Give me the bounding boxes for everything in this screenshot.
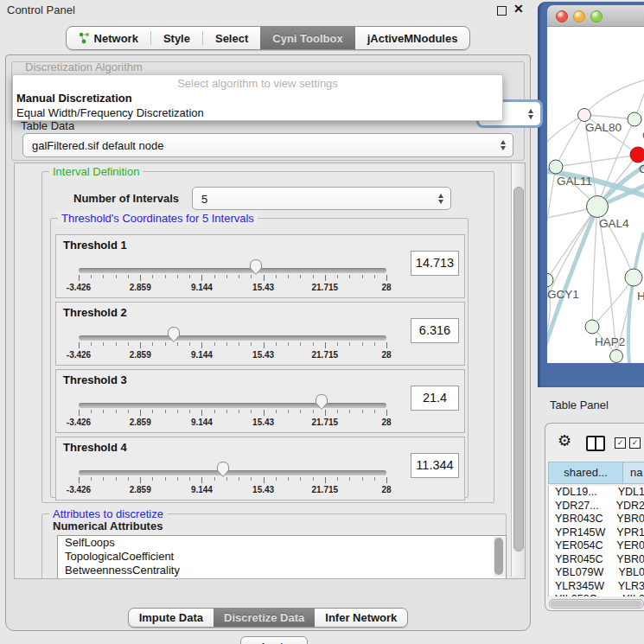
table-row[interactable]: YBL079WYBL0 — [549, 566, 644, 580]
table-row[interactable]: YIL052CYIL0 — [549, 593, 644, 596]
attribute-item[interactable]: BetweennessCentrality — [58, 564, 506, 577]
slider-track[interactable] — [79, 470, 386, 475]
threshold-value-field[interactable]: 14.713 — [411, 251, 459, 276]
slider-tick — [374, 275, 375, 278]
scrollbar-thumb[interactable] — [513, 187, 524, 552]
algorithm-option-manual[interactable]: Manual Discretization — [13, 91, 502, 105]
slider-thumb[interactable] — [315, 393, 328, 411]
network-edge[interactable] — [547, 115, 584, 146]
network-node[interactable] — [547, 273, 553, 287]
slider-tick — [201, 342, 202, 348]
cell-shared-name: YBR043C — [549, 513, 610, 526]
list-scrollbar[interactable] — [494, 537, 505, 577]
attribute-item[interactable]: TopologicalCoefficient — [58, 550, 506, 564]
gear-icon[interactable]: ⚙ — [558, 431, 571, 450]
close-icon[interactable]: ✕ — [513, 2, 524, 16]
table-row[interactable]: YDR27...YDR2 — [549, 500, 644, 513]
network-edge[interactable] — [592, 207, 597, 327]
slider-tick — [226, 342, 227, 346]
float-window-icon[interactable] — [497, 6, 507, 16]
network-view[interactable]: GAL80GACGAL11GAL4GCY1HHAP2 — [547, 27, 644, 363]
network-edge[interactable] — [584, 115, 634, 119]
slider-tick — [165, 342, 166, 346]
mac-minimize-icon[interactable] — [573, 10, 585, 22]
threshold-label: Threshold 4 — [63, 441, 127, 454]
network-node[interactable] — [578, 109, 591, 122]
slider-tick — [362, 477, 363, 481]
table-data-combobox[interactable]: galFiltered.sif default node — [22, 133, 513, 157]
cell-shared-name: YLR345W — [549, 580, 612, 594]
network-window-titlebar[interactable] — [547, 5, 644, 27]
slider-tick — [276, 410, 277, 413]
column-header-shared-name[interactable]: shared... — [548, 462, 623, 484]
slider-ticks — [79, 410, 386, 417]
slider-tick — [177, 342, 178, 346]
threshold-value-field[interactable]: 6.316 — [411, 318, 459, 343]
network-node[interactable] — [587, 196, 609, 218]
table-row[interactable]: YDL19...YDL1 — [549, 486, 644, 500]
slider-tick-labels: -3.4262.8599.14415.4321.71528 — [79, 418, 386, 428]
slider-tick — [201, 410, 202, 416]
node-label: GAL4 — [599, 217, 629, 230]
slider-tick — [165, 477, 166, 481]
threshold-value-field[interactable]: 11.344 — [411, 453, 459, 478]
slider-thumb[interactable] — [167, 326, 181, 343]
panel-scrollbar[interactable] — [511, 163, 525, 577]
network-node[interactable] — [585, 320, 599, 334]
network-edge[interactable] — [584, 79, 644, 115]
mac-zoom-icon[interactable] — [590, 10, 603, 22]
tab-impute-data[interactable]: Impute Data — [129, 609, 214, 627]
horizontal-scrollbar[interactable] — [549, 599, 644, 609]
threshold-label: Threshold 1 — [63, 239, 127, 252]
network-edge[interactable] — [547, 167, 556, 260]
tab-discretize-data[interactable]: Discretize Data — [214, 609, 315, 627]
network-node[interactable] — [610, 350, 623, 363]
tab-network[interactable]: Network — [67, 27, 150, 49]
network-edge[interactable] — [556, 155, 638, 167]
attribute-item[interactable]: SelfLoops — [58, 536, 506, 550]
mac-close-icon[interactable] — [556, 10, 568, 22]
slider-thumb[interactable] — [249, 258, 263, 276]
slider-tick — [325, 477, 326, 483]
slider-track[interactable] — [79, 268, 386, 273]
network-icon — [79, 32, 90, 44]
network-node[interactable] — [628, 112, 641, 126]
table-row[interactable]: YER054CYER0 — [549, 539, 644, 553]
table-row[interactable]: YBR045CYBR0 — [549, 553, 644, 567]
network-node[interactable] — [625, 269, 642, 286]
numerical-attributes-list[interactable]: SelfLoopsTopologicalCoefficientBetweenne… — [57, 535, 507, 579]
slider-tick — [337, 477, 338, 481]
network-node[interactable] — [549, 160, 563, 174]
network-graph[interactable]: GAL80GACGAL11GAL4GCY1HHAP2 — [547, 27, 644, 363]
control-panel: Control Panel ✕ Network Style Select Cyn… — [0, 0, 536, 644]
slider-track[interactable] — [79, 403, 386, 408]
slider-track[interactable] — [79, 335, 386, 341]
column-header-name[interactable]: na — [623, 462, 644, 484]
table-row[interactable]: YPR145WYPR1 — [549, 526, 644, 540]
table-row[interactable]: YBR043CYBR0 — [549, 513, 644, 526]
slider-tick — [251, 410, 252, 413]
tab-jactivemnodules[interactable]: jActiveMNodules — [355, 27, 470, 49]
slider-tick — [374, 477, 375, 481]
algorithm-option-equal-width[interactable]: Equal Width/Frequency Discretization — [13, 105, 502, 120]
slider-tick — [313, 410, 314, 413]
tab-select[interactable]: Select — [203, 27, 260, 49]
select-all-checkbox-icon[interactable]: ✓ — [615, 437, 626, 449]
number-of-intervals-combobox[interactable]: 5 — [192, 187, 451, 210]
tab-style[interactable]: Style — [151, 27, 202, 49]
columns-icon[interactable] — [586, 436, 605, 451]
threshold-value-field[interactable]: 21.4 — [411, 386, 459, 411]
tab-cyni-toolbox[interactable]: Cyni Toolbox — [260, 27, 354, 49]
apply-button[interactable]: Apply — [240, 636, 308, 644]
select-none-checkbox-icon[interactable]: ✓ — [629, 437, 641, 449]
slider-tick — [79, 477, 80, 483]
slider-thumb[interactable] — [216, 461, 230, 478]
network-node[interactable] — [630, 147, 644, 163]
cell-name: YER0 — [610, 539, 644, 553]
cell-shared-name: YBL079W — [549, 566, 612, 580]
slider-tick — [325, 342, 326, 348]
slider-tick — [251, 342, 252, 346]
table-row[interactable]: YLR345WYLR3 — [549, 580, 644, 594]
tick-label: -3.426 — [67, 418, 91, 427]
tab-infer-network[interactable]: Infer Network — [315, 609, 407, 627]
